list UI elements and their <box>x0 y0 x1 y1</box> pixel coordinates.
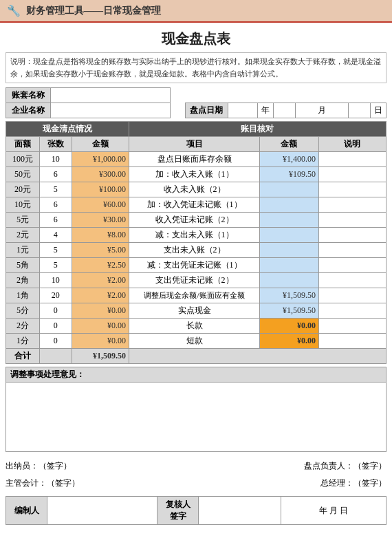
col-acc-amount: 金额 <box>260 137 319 152</box>
tool-icon: 🔧 <box>7 4 21 17</box>
company-label: 企业名称 <box>6 103 51 118</box>
date-month-label: 月 <box>296 103 348 118</box>
manager-sign: 总经理：（签字） <box>320 477 386 489</box>
cashier-sign: 出纳员：（签字） <box>6 460 72 472</box>
table-row: 2角 10 ¥2.00 支出凭证未记账（2） <box>6 273 386 288</box>
signatures-section: 出纳员：（签字） 盘点负责人：（签字） 主管会计：（签字） 总经理：（签字） <box>6 458 386 492</box>
table-row: 20元 5 ¥100.00 收入未入账（2） <box>6 182 386 197</box>
table-row: 5元 6 ¥30.00 收入凭证未记账（2） <box>6 213 386 228</box>
table-row: 1分 0 ¥0.00 短款 ¥0.00 <box>6 334 386 349</box>
sign-row-1: 出纳员：（签字） 盘点负责人：（签字） <box>6 458 386 475</box>
table-row: 5分 0 ¥0.00 实点现金 ¥1,509.50 <box>6 303 386 319</box>
total-label: 合计 <box>6 349 40 364</box>
account-section-header: 账目核对 <box>129 122 386 137</box>
main-data-table: 现金清点情况 账目核对 面额 张数 金额 项目 金额 说明 100元 10 ¥1… <box>6 121 386 364</box>
table-row: 10元 6 ¥60.00 加：收入凭证未记账（1） <box>6 197 386 213</box>
company-input[interactable] <box>51 103 171 118</box>
bottom-row: 编制人 复核人签字 年 月 日 <box>6 497 386 525</box>
editor-input[interactable] <box>47 497 157 525</box>
editor-label: 编制人 <box>6 497 47 525</box>
table-row: 1角 20 ¥2.00 调整后现金余额/账面应有金额 ¥1,509.50 <box>6 288 386 303</box>
info-table: 账套名称 企业名称 盘点日期 年 月 日 <box>6 87 386 118</box>
remarks-body[interactable] <box>6 383 386 451</box>
cash-section-header: 现金清点情况 <box>6 122 129 137</box>
table-row: 1元 5 ¥5.00 支出未入账（2） <box>6 243 386 258</box>
header-title: 财务管理工具——日常现金管理 <box>26 5 161 17</box>
bottom-date: 年 月 日 <box>281 497 386 525</box>
table-row: 5角 5 ¥2.50 减：支出凭证未记账（1） <box>6 258 386 273</box>
total-row: 合计 ¥1,509.50 <box>6 349 386 364</box>
reviewer-label: 复核人签字 <box>157 497 199 525</box>
col-denom: 面额 <box>6 137 40 152</box>
date-day-input[interactable] <box>348 103 371 118</box>
date-label: 盘点日期 <box>185 103 228 118</box>
table-row: 2分 0 ¥0.00 长款 ¥0.00 <box>6 319 386 334</box>
total-amount: ¥1,509.50 <box>72 349 129 364</box>
remarks-section: 调整事项处理意见： <box>6 367 386 452</box>
col-item: 项目 <box>129 137 259 152</box>
date-year-label: 年 <box>258 103 274 118</box>
table-row: 2元 4 ¥8.00 减：支出未入账（1） <box>6 228 386 243</box>
accountant-sign: 主管会计：（签字） <box>6 477 80 489</box>
sign-row-2: 主管会计：（签字） 总经理：（签字） <box>6 475 386 492</box>
table-row: 100元 10 ¥1,000.00 盘点日账面库存余额 ¥1,400.00 <box>6 152 386 167</box>
bottom-table: 编制人 复核人签字 年 月 日 <box>6 496 386 525</box>
date-day-label: 日 <box>371 103 386 118</box>
col-amount: 金额 <box>72 137 129 152</box>
col-note: 说明 <box>318 137 386 152</box>
account-input[interactable] <box>51 88 171 103</box>
reviewer-input[interactable] <box>199 497 281 525</box>
remarks-header: 调整事项处理意见： <box>6 367 386 383</box>
account-label: 账套名称 <box>6 88 51 103</box>
table-row: 50元 6 ¥300.00 加：收入未入账（1） ¥109.50 <box>6 167 386 182</box>
col-qty: 张数 <box>40 137 72 152</box>
date-month-input[interactable] <box>273 103 296 118</box>
description-box: 说明：现金盘点是指将现金的账存数与实际出纳手上的现钞进行核对。如果现金实存数大于… <box>6 52 386 83</box>
header-bar: 🔧 财务管理工具——日常现金管理 <box>0 0 392 23</box>
checker-sign: 盘点负责人：（签字） <box>304 460 386 472</box>
page-title: 现金盘点表 <box>0 23 392 52</box>
date-year-input[interactable] <box>228 103 257 118</box>
